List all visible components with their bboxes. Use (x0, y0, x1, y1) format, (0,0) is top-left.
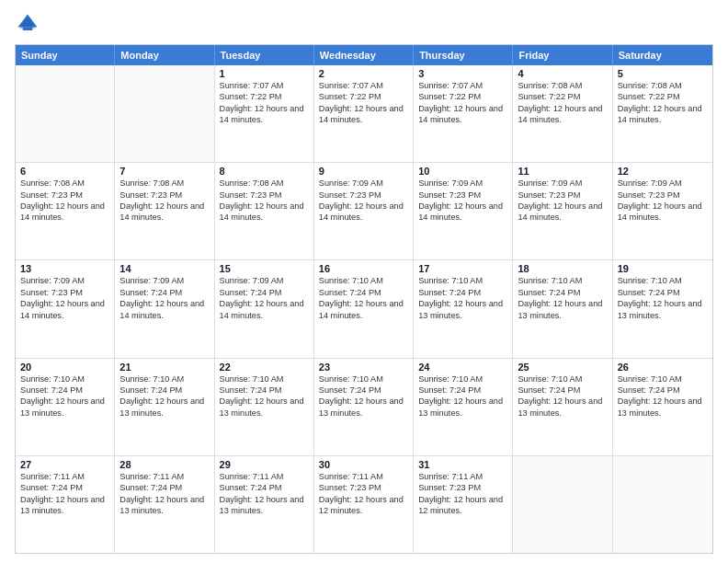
calendar-row-2: 13Sunrise: 7:09 AMSunset: 7:23 PMDayligh… (16, 259, 712, 357)
day-number: 6 (20, 166, 109, 177)
day-cell-29: 29Sunrise: 7:11 AMSunset: 7:24 PMDayligh… (215, 456, 314, 553)
logo (15, 11, 44, 37)
day-info: Sunrise: 7:10 AMSunset: 7:24 PMDaylight:… (618, 373, 708, 419)
day-cell-18: 18Sunrise: 7:10 AMSunset: 7:24 PMDayligh… (513, 260, 612, 357)
empty-cell (16, 65, 115, 162)
day-info: Sunrise: 7:08 AMSunset: 7:22 PMDaylight:… (518, 80, 607, 126)
day-info: Sunrise: 7:09 AMSunset: 7:24 PMDaylight:… (220, 275, 309, 321)
day-cell-3: 3Sunrise: 7:07 AMSunset: 7:22 PMDaylight… (414, 65, 513, 162)
header-day-saturday: Saturday (613, 45, 712, 65)
day-number: 20 (20, 362, 109, 373)
day-number: 14 (119, 263, 209, 274)
day-cell-23: 23Sunrise: 7:10 AMSunset: 7:24 PMDayligh… (314, 359, 414, 455)
day-cell-17: 17Sunrise: 7:10 AMSunset: 7:24 PMDayligh… (414, 260, 513, 357)
day-info: Sunrise: 7:11 AMSunset: 7:23 PMDaylight:… (418, 471, 507, 517)
day-info: Sunrise: 7:09 AMSunset: 7:23 PMDaylight:… (418, 178, 507, 224)
day-info: Sunrise: 7:08 AMSunset: 7:23 PMDaylight:… (119, 178, 209, 224)
day-cell-28: 28Sunrise: 7:11 AMSunset: 7:24 PMDayligh… (115, 456, 214, 553)
day-info: Sunrise: 7:10 AMSunset: 7:24 PMDaylight:… (20, 373, 109, 419)
day-number: 13 (20, 263, 109, 274)
day-number: 28 (119, 459, 209, 470)
calendar-row-0: 1Sunrise: 7:07 AMSunset: 7:22 PMDaylight… (16, 65, 712, 162)
day-info: Sunrise: 7:08 AMSunset: 7:22 PMDaylight:… (618, 80, 708, 126)
day-info: Sunrise: 7:11 AMSunset: 7:23 PMDaylight:… (319, 471, 408, 517)
header-day-wednesday: Wednesday (314, 45, 414, 65)
day-cell-5: 5Sunrise: 7:08 AMSunset: 7:22 PMDaylight… (613, 65, 712, 162)
calendar: SundayMondayTuesdayWednesdayThursdayFrid… (15, 44, 713, 554)
day-info: Sunrise: 7:10 AMSunset: 7:24 PMDaylight:… (319, 373, 408, 419)
day-number: 11 (518, 166, 607, 177)
day-cell-24: 24Sunrise: 7:10 AMSunset: 7:24 PMDayligh… (414, 359, 513, 455)
day-number: 5 (618, 68, 708, 79)
header-day-monday: Monday (115, 45, 214, 65)
day-number: 1 (220, 68, 309, 79)
day-cell-19: 19Sunrise: 7:10 AMSunset: 7:24 PMDayligh… (613, 260, 712, 357)
calendar-header: SundayMondayTuesdayWednesdayThursdayFrid… (16, 45, 712, 65)
logo-icon (15, 11, 40, 37)
day-info: Sunrise: 7:07 AMSunset: 7:22 PMDaylight:… (220, 80, 309, 126)
day-cell-16: 16Sunrise: 7:10 AMSunset: 7:24 PMDayligh… (314, 260, 414, 357)
page: SundayMondayTuesdayWednesdayThursdayFrid… (0, 0, 728, 563)
day-number: 18 (518, 263, 607, 274)
day-info: Sunrise: 7:09 AMSunset: 7:23 PMDaylight:… (319, 178, 408, 224)
day-cell-10: 10Sunrise: 7:09 AMSunset: 7:23 PMDayligh… (414, 163, 513, 259)
day-info: Sunrise: 7:10 AMSunset: 7:24 PMDaylight:… (220, 373, 309, 419)
day-info: Sunrise: 7:11 AMSunset: 7:24 PMDaylight:… (119, 471, 209, 517)
day-number: 29 (220, 459, 309, 470)
day-info: Sunrise: 7:09 AMSunset: 7:23 PMDaylight:… (518, 178, 607, 224)
header-day-sunday: Sunday (16, 45, 115, 65)
day-cell-30: 30Sunrise: 7:11 AMSunset: 7:23 PMDayligh… (314, 456, 414, 553)
day-number: 25 (518, 362, 607, 373)
day-cell-1: 1Sunrise: 7:07 AMSunset: 7:22 PMDaylight… (215, 65, 314, 162)
day-info: Sunrise: 7:11 AMSunset: 7:24 PMDaylight:… (20, 471, 109, 517)
day-number: 24 (418, 362, 507, 373)
day-info: Sunrise: 7:10 AMSunset: 7:24 PMDaylight:… (119, 373, 209, 419)
day-cell-2: 2Sunrise: 7:07 AMSunset: 7:22 PMDaylight… (314, 65, 414, 162)
day-info: Sunrise: 7:10 AMSunset: 7:24 PMDaylight:… (518, 275, 607, 321)
calendar-row-3: 20Sunrise: 7:10 AMSunset: 7:24 PMDayligh… (16, 358, 712, 455)
day-cell-21: 21Sunrise: 7:10 AMSunset: 7:24 PMDayligh… (115, 359, 214, 455)
day-number: 2 (319, 68, 408, 79)
calendar-row-4: 27Sunrise: 7:11 AMSunset: 7:24 PMDayligh… (16, 455, 712, 553)
day-number: 22 (220, 362, 309, 373)
day-number: 16 (319, 263, 408, 274)
day-number: 7 (119, 166, 209, 177)
day-cell-15: 15Sunrise: 7:09 AMSunset: 7:24 PMDayligh… (215, 260, 314, 357)
day-number: 10 (418, 166, 507, 177)
calendar-row-1: 6Sunrise: 7:08 AMSunset: 7:23 PMDaylight… (16, 162, 712, 259)
day-info: Sunrise: 7:10 AMSunset: 7:24 PMDaylight:… (518, 373, 607, 419)
day-cell-20: 20Sunrise: 7:10 AMSunset: 7:24 PMDayligh… (16, 359, 115, 455)
day-info: Sunrise: 7:10 AMSunset: 7:24 PMDaylight:… (418, 373, 507, 419)
header-day-thursday: Thursday (414, 45, 513, 65)
day-number: 27 (20, 459, 109, 470)
header-day-friday: Friday (513, 45, 612, 65)
day-info: Sunrise: 7:08 AMSunset: 7:23 PMDaylight:… (220, 178, 309, 224)
day-number: 15 (220, 263, 309, 274)
day-number: 23 (319, 362, 408, 373)
day-info: Sunrise: 7:09 AMSunset: 7:23 PMDaylight:… (618, 178, 708, 224)
day-cell-13: 13Sunrise: 7:09 AMSunset: 7:23 PMDayligh… (16, 260, 115, 357)
day-info: Sunrise: 7:10 AMSunset: 7:24 PMDaylight:… (618, 275, 708, 321)
day-cell-4: 4Sunrise: 7:08 AMSunset: 7:22 PMDaylight… (513, 65, 612, 162)
day-cell-27: 27Sunrise: 7:11 AMSunset: 7:24 PMDayligh… (16, 456, 115, 553)
calendar-body: 1Sunrise: 7:07 AMSunset: 7:22 PMDaylight… (16, 65, 712, 553)
day-number: 3 (418, 68, 507, 79)
header-day-tuesday: Tuesday (215, 45, 314, 65)
day-info: Sunrise: 7:09 AMSunset: 7:23 PMDaylight:… (20, 275, 109, 321)
day-number: 17 (418, 263, 507, 274)
day-number: 12 (618, 166, 708, 177)
day-cell-6: 6Sunrise: 7:08 AMSunset: 7:23 PMDaylight… (16, 163, 115, 259)
day-cell-8: 8Sunrise: 7:08 AMSunset: 7:23 PMDaylight… (215, 163, 314, 259)
day-info: Sunrise: 7:11 AMSunset: 7:24 PMDaylight:… (220, 471, 309, 517)
day-number: 9 (319, 166, 408, 177)
day-info: Sunrise: 7:07 AMSunset: 7:22 PMDaylight:… (319, 80, 408, 126)
day-number: 19 (618, 263, 708, 274)
day-number: 21 (119, 362, 209, 373)
svg-rect-2 (23, 28, 33, 31)
day-cell-9: 9Sunrise: 7:09 AMSunset: 7:23 PMDaylight… (314, 163, 414, 259)
day-cell-26: 26Sunrise: 7:10 AMSunset: 7:24 PMDayligh… (613, 359, 712, 455)
day-cell-25: 25Sunrise: 7:10 AMSunset: 7:24 PMDayligh… (513, 359, 612, 455)
day-cell-14: 14Sunrise: 7:09 AMSunset: 7:24 PMDayligh… (115, 260, 214, 357)
day-info: Sunrise: 7:09 AMSunset: 7:24 PMDaylight:… (119, 275, 209, 321)
day-cell-11: 11Sunrise: 7:09 AMSunset: 7:23 PMDayligh… (513, 163, 612, 259)
